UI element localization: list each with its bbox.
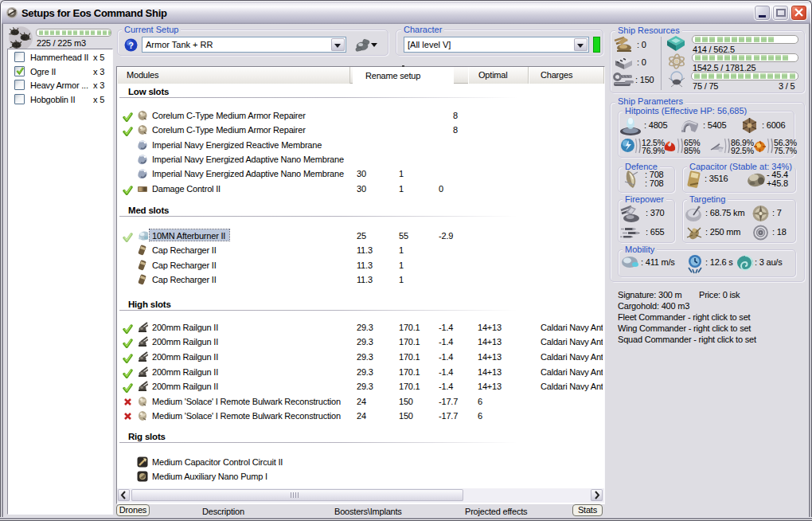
svg-text:?: ? — [128, 41, 134, 50]
